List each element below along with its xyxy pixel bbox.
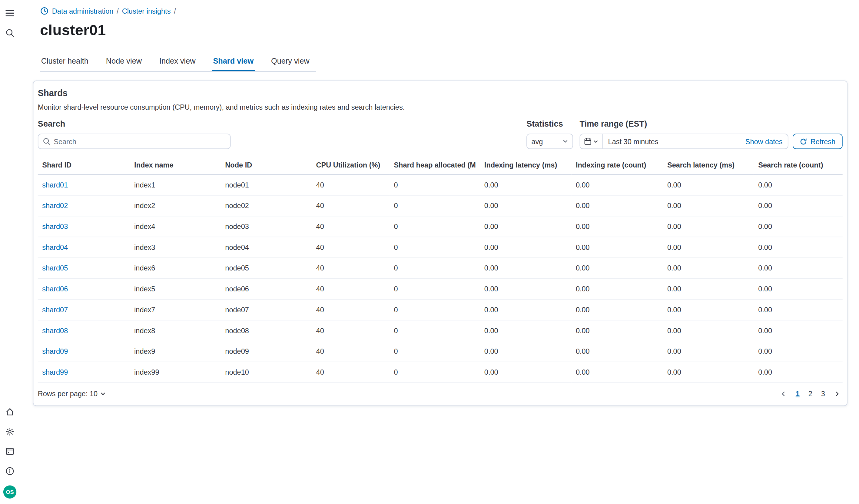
dev-tools-button[interactable] [2, 445, 18, 460]
page-button-1[interactable]: 1 [796, 390, 800, 398]
table-cell[interactable]: shard08 [38, 320, 130, 341]
tab-index-view[interactable]: Index view [158, 52, 197, 71]
tab-shard-view[interactable]: Shard view [212, 52, 255, 71]
previous-page-button[interactable] [780, 391, 787, 397]
table-cell[interactable]: shard01 [38, 174, 130, 195]
settings-button[interactable] [2, 425, 18, 441]
show-dates-link[interactable]: Show dates [745, 137, 788, 146]
table-cell: 0.00 [663, 195, 754, 216]
pagination: 123 [780, 390, 843, 398]
menu-button[interactable] [2, 7, 18, 22]
chevron-left-icon [780, 391, 787, 397]
table-cell: 40 [312, 341, 390, 362]
info-icon [5, 467, 14, 478]
table-row: shard05index6node054000.000.000.000.00 [38, 258, 843, 279]
time-range-label: Time range (EST) [580, 119, 843, 128]
shard-link[interactable]: shard99 [42, 368, 68, 376]
search-label: Search [38, 119, 526, 128]
shard-link[interactable]: shard07 [42, 306, 68, 314]
table-cell: 0.00 [480, 299, 571, 320]
table-cell: 0.00 [480, 362, 571, 383]
breadcrumb-separator: / [117, 7, 119, 15]
table-cell: 40 [312, 258, 390, 279]
refresh-icon [800, 138, 808, 145]
sidebar-search-button[interactable] [2, 26, 18, 42]
table-cell: 40 [312, 216, 390, 237]
page-title: cluster01 [40, 22, 847, 39]
breadcrumb-link-cluster-insights[interactable]: Cluster insights [122, 7, 171, 15]
info-button[interactable] [2, 464, 18, 480]
shard-link[interactable]: shard08 [42, 326, 68, 335]
table-row: shard08index8node084000.000.000.000.00 [38, 320, 843, 341]
statistics-select[interactable]: avg [526, 134, 573, 149]
search-input[interactable] [54, 137, 226, 146]
breadcrumb-link-data-administration[interactable]: Data administration [52, 7, 114, 15]
table-cell: index8 [130, 320, 221, 341]
table-cell[interactable]: shard99 [38, 362, 130, 383]
table-footer: Rows per page: 10 123 [38, 383, 843, 405]
shard-link[interactable]: shard03 [42, 222, 68, 230]
table-cell: 0.00 [571, 237, 663, 258]
table-cell: 0.00 [754, 237, 843, 258]
search-box [38, 134, 231, 149]
shard-link[interactable]: shard06 [42, 285, 68, 293]
table-cell[interactable]: shard02 [38, 195, 130, 216]
search-icon [43, 138, 50, 145]
table-cell: 40 [312, 279, 390, 300]
table-cell: 0.00 [663, 320, 754, 341]
table-cell: index7 [130, 299, 221, 320]
shard-link[interactable]: shard05 [42, 264, 68, 272]
table-cell: 0.00 [663, 258, 754, 279]
shard-link[interactable]: shard04 [42, 243, 68, 251]
table-cell: 0.00 [663, 299, 754, 320]
table-cell: 0.00 [663, 174, 754, 195]
refresh-button[interactable]: Refresh [793, 134, 843, 149]
time-range-block: Time range (EST) Last 30 m [580, 119, 843, 149]
breadcrumb-separator: / [174, 7, 176, 15]
tab-cluster-health[interactable]: Cluster health [40, 52, 89, 71]
page-button-3[interactable]: 3 [821, 390, 825, 398]
table-cell: 0.00 [754, 341, 843, 362]
table-cell: index1 [130, 174, 221, 195]
table-cell: 0.00 [754, 216, 843, 237]
table-cell: node06 [221, 279, 312, 300]
shard-link[interactable]: shard01 [42, 181, 68, 189]
table-cell: index4 [130, 216, 221, 237]
search-icon [5, 29, 14, 40]
table-cell: index99 [130, 362, 221, 383]
shard-link[interactable]: shard02 [42, 202, 68, 210]
home-button[interactable] [2, 405, 18, 421]
table-cell[interactable]: shard07 [38, 299, 130, 320]
table-row: shard07index7node074000.000.000.000.00 [38, 299, 843, 320]
table-cell: node01 [221, 174, 312, 195]
table-cell: node03 [221, 216, 312, 237]
time-range-value[interactable]: Last 30 minutes [603, 137, 745, 146]
column-header: Shard ID [38, 156, 130, 174]
table-cell: index3 [130, 237, 221, 258]
table-cell[interactable]: shard05 [38, 258, 130, 279]
table-row: shard03index4node034000.000.000.000.00 [38, 216, 843, 237]
table-cell: 40 [312, 237, 390, 258]
table-cell[interactable]: shard09 [38, 341, 130, 362]
table-cell: 40 [312, 299, 390, 320]
statistics-block: Statistics avg [526, 119, 573, 149]
tab-node-view[interactable]: Node view [105, 52, 143, 71]
rows-per-page-button[interactable]: Rows per page: 10 [38, 390, 106, 398]
table-cell: 0 [390, 299, 480, 320]
table-cell: 0 [390, 341, 480, 362]
table-cell[interactable]: shard03 [38, 216, 130, 237]
page-button-2[interactable]: 2 [809, 390, 812, 398]
table-cell: 0 [390, 279, 480, 300]
date-picker-button[interactable] [580, 134, 602, 149]
next-page-button[interactable] [834, 391, 841, 397]
user-avatar[interactable]: OS [3, 485, 16, 498]
panel-description: Monitor shard-level resource consumption… [38, 103, 843, 111]
table-cell: 40 [312, 362, 390, 383]
shard-link[interactable]: shard09 [42, 347, 68, 355]
shards-table: Shard IDIndex nameNode IDCPU Utilization… [38, 156, 843, 383]
shards-panel: Shards Monitor shard-level resource cons… [33, 80, 847, 406]
tab-query-view[interactable]: Query view [270, 52, 311, 71]
table-cell[interactable]: shard06 [38, 279, 130, 300]
table-cell[interactable]: shard04 [38, 237, 130, 258]
table-cell: node08 [221, 320, 312, 341]
